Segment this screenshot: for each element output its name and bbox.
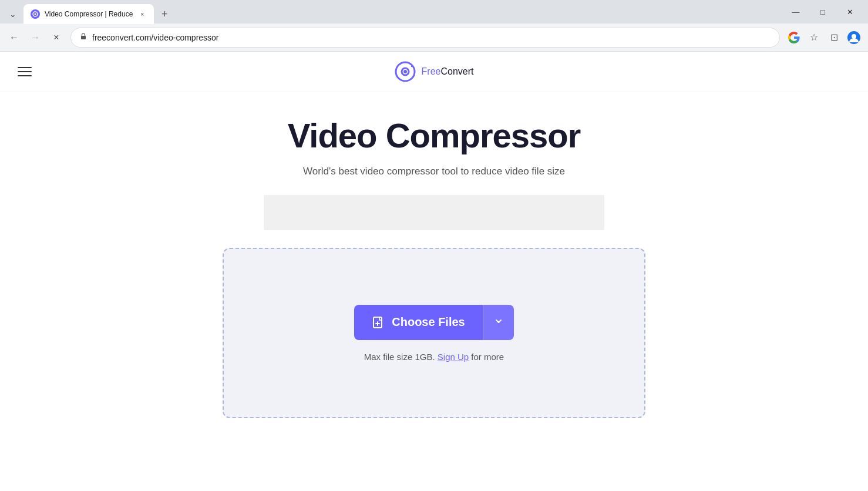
ad-banner <box>264 195 604 230</box>
chevron-down-icon: ⌄ <box>9 9 16 19</box>
choose-files-button[interactable]: Choose Files <box>354 305 482 340</box>
forward-button[interactable]: → <box>26 28 45 47</box>
bookmark-button[interactable]: ☆ <box>805 28 823 47</box>
svg-point-4 <box>852 34 856 39</box>
hamburger-line <box>18 67 32 68</box>
choose-files-button-group: Choose Files <box>354 305 513 340</box>
logo-convert: Convert <box>440 66 473 76</box>
hamburger-line <box>18 75 32 76</box>
page-subtitle: World's best video compressor tool to re… <box>303 166 565 177</box>
back-button[interactable]: ← <box>5 28 23 47</box>
split-view-button[interactable]: ⊡ <box>825 28 843 47</box>
svg-point-7 <box>403 70 407 73</box>
tab-favicon <box>31 9 40 19</box>
address-text: freeconvert.com/video-compressor <box>92 33 771 42</box>
active-tab[interactable]: Video Compressor | Reduce × <box>23 4 154 24</box>
signup-link[interactable]: Sign Up <box>438 352 469 362</box>
hamburger-menu-button[interactable] <box>14 63 35 80</box>
choose-files-label: Choose Files <box>392 315 465 329</box>
profile-button[interactable] <box>845 28 863 47</box>
google-icon-button[interactable] <box>785 28 803 47</box>
logo-icon <box>395 61 416 82</box>
address-bar[interactable]: freeconvert.com/video-compressor <box>70 28 780 48</box>
svg-point-1 <box>35 14 36 15</box>
chevron-down-icon <box>494 317 503 328</box>
tab-dropdown-btn[interactable]: ⌄ <box>5 6 21 22</box>
logo-text: FreeConvert <box>422 66 474 77</box>
tab-title: Video Compressor | Reduce <box>45 10 133 18</box>
stop-icon: × <box>53 32 59 43</box>
back-icon: ← <box>9 32 19 43</box>
forward-icon: → <box>31 32 40 43</box>
site-logo[interactable]: FreeConvert <box>395 61 474 82</box>
stop-reload-button[interactable]: × <box>47 28 66 47</box>
split-icon: ⊡ <box>830 32 838 43</box>
upload-dropzone[interactable]: Choose Files Max file size 1GB. Sign Up … <box>223 248 645 418</box>
site-header: FreeConvert <box>0 52 868 92</box>
choose-files-dropdown-button[interactable] <box>483 305 514 340</box>
hamburger-line <box>18 71 32 72</box>
secure-icon <box>79 32 88 42</box>
new-tab-button[interactable]: + <box>156 6 173 22</box>
tab-close-icon[interactable]: × <box>137 9 147 19</box>
close-window-button[interactable]: ✕ <box>836 0 863 23</box>
max-file-info: Max file size 1GB. Sign Up for more <box>364 352 504 362</box>
page-title: Video Compressor <box>288 116 581 155</box>
logo-free: Free <box>422 66 441 76</box>
maximize-button[interactable]: □ <box>809 0 836 23</box>
upload-icon <box>372 315 386 329</box>
svg-rect-2 <box>81 36 86 39</box>
star-icon: ☆ <box>810 32 818 43</box>
minimize-button[interactable]: — <box>782 0 809 23</box>
